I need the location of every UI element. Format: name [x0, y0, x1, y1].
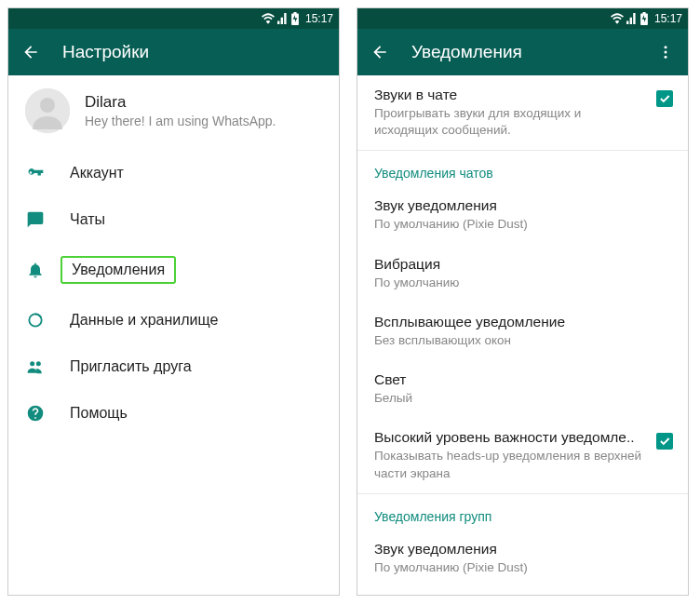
people-icon [25, 356, 46, 377]
menu-item-account[interactable]: Аккаунт [8, 150, 339, 196]
setting-title: Всплывающее уведомление [374, 314, 673, 330]
menu-label: Помощь [70, 405, 128, 422]
settings-content: Dilara Hey there! I am using WhatsApp. А… [8, 75, 339, 595]
status-bar: 15:17 [357, 8, 688, 29]
menu-label: Пригласить друга [70, 358, 192, 375]
setting-title: Свет [374, 371, 673, 388]
svg-point-8 [665, 56, 667, 59]
wifi-icon [611, 13, 624, 24]
row-vibration[interactable]: Вибрация По умолчанию [357, 245, 688, 302]
setting-subtitle: По умолчанию (Pixie Dust) [374, 216, 673, 233]
row-high-priority[interactable]: Высокий уровень важности уведомле.. Пока… [357, 418, 688, 492]
phone-notifications: 15:17 Уведомления Звуки в чате Проигрыва… [357, 7, 689, 596]
menu-label: Данные и хранилище [70, 312, 218, 329]
menu-list: Аккаунт Чаты Уведомления Данные и хранил… [8, 146, 339, 440]
row-popup[interactable]: Всплывающее уведомление Без всплывающих … [357, 302, 688, 360]
setting-subtitle: По умолчанию (Pixie Dust) [374, 559, 673, 576]
key-icon [25, 163, 46, 183]
svg-point-3 [30, 361, 34, 366]
setting-title: Звук уведомления [374, 541, 673, 558]
setting-title: Звуки в чате [374, 87, 645, 103]
setting-subtitle: Белый [374, 390, 673, 407]
profile-text: Dilara Hey there! I am using WhatsApp. [85, 93, 276, 128]
setting-title: Звук уведомления [374, 197, 673, 214]
setting-title: Высокий уровень важности уведомле.. [374, 429, 645, 446]
setting-subtitle: По умолчанию [374, 275, 673, 291]
status-bar: 15:17 [8, 8, 339, 29]
menu-label: Аккаунт [70, 165, 124, 182]
menu-label-highlighted: Уведомления [61, 256, 176, 284]
profile-row[interactable]: Dilara Hey there! I am using WhatsApp. [8, 75, 339, 146]
row-notification-sound[interactable]: Звук уведомления По умолчанию (Pixie Dus… [357, 186, 688, 244]
page-title: Уведомления [411, 42, 634, 62]
section-chat-notifications: Уведомления чатов [357, 151, 688, 186]
status-time: 15:17 [654, 12, 682, 25]
menu-item-invite[interactable]: Пригласить друга [8, 343, 339, 390]
svg-point-4 [36, 361, 41, 366]
section-group-notifications: Уведомления групп [357, 494, 688, 530]
row-group-sound[interactable]: Звук уведомления По умолчанию (Pixie Dus… [357, 530, 688, 587]
setting-subtitle: Проигрывать звуки для входящих и исходящ… [374, 105, 645, 139]
help-icon [25, 403, 46, 424]
svg-point-7 [665, 51, 667, 54]
battery-icon [291, 12, 299, 25]
page-title: Настройки [62, 42, 326, 62]
setting-subtitle: Без всплывающих окон [374, 332, 673, 349]
wifi-icon [262, 13, 275, 24]
row-group-vibration[interactable]: Вибрация По умолчанию [357, 587, 688, 595]
overflow-icon[interactable] [656, 43, 675, 61]
setting-title: Вибрация [374, 256, 673, 273]
app-bar: Настройки [8, 29, 339, 75]
checkbox-checked[interactable] [656, 433, 673, 450]
chat-icon [25, 209, 46, 230]
menu-item-chats[interactable]: Чаты [8, 196, 339, 243]
setting-subtitle: Показывать heads-up уведомления в верхне… [374, 448, 645, 481]
signal-icon [277, 13, 289, 24]
row-light[interactable]: Свет Белый [357, 360, 688, 418]
notifications-list: Звуки в чате Проигрывать звуки для входя… [357, 75, 688, 595]
battery-icon [640, 12, 648, 25]
data-icon [25, 310, 46, 330]
svg-point-6 [665, 46, 667, 48]
profile-name: Dilara [85, 93, 276, 112]
bell-icon [25, 260, 46, 280]
back-icon[interactable] [21, 43, 40, 61]
section-header: Уведомления групп [374, 509, 491, 524]
status-time: 15:17 [305, 12, 333, 25]
menu-item-help[interactable]: Помощь [8, 390, 339, 437]
svg-point-1 [40, 98, 55, 113]
row-conversation-sounds[interactable]: Звуки в чате Проигрывать звуки для входя… [357, 75, 688, 150]
app-bar: Уведомления [357, 29, 688, 75]
back-icon[interactable] [370, 43, 389, 61]
section-header: Уведомления чатов [374, 166, 493, 181]
phone-settings: 15:17 Настройки Dilara Hey there! I am u… [7, 7, 340, 596]
menu-item-data[interactable]: Данные и хранилище [8, 297, 339, 343]
menu-label: Чаты [70, 211, 105, 228]
menu-item-notifications[interactable]: Уведомления [8, 243, 339, 297]
checkbox-checked[interactable] [656, 90, 673, 107]
signal-icon [626, 13, 638, 24]
profile-status: Hey there! I am using WhatsApp. [85, 114, 276, 128]
avatar [25, 88, 70, 133]
